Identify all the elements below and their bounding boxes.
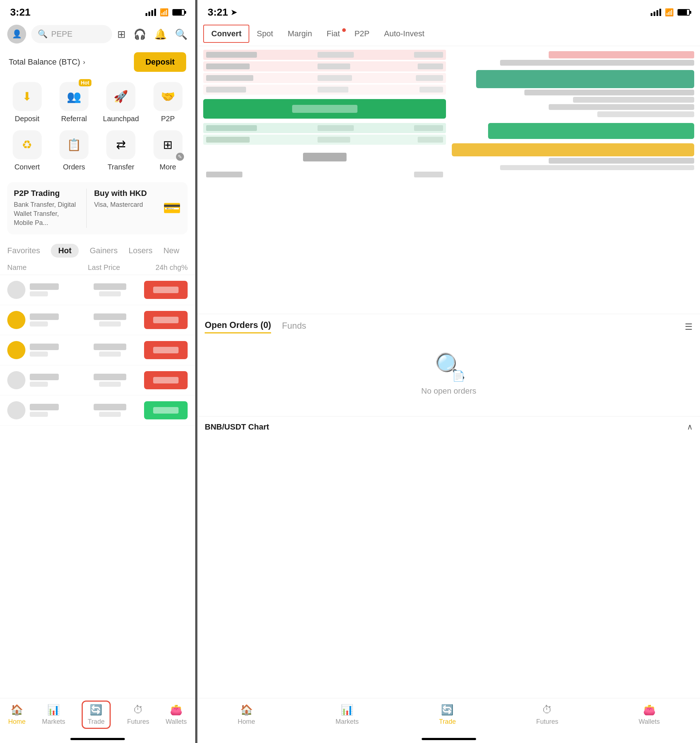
left-panel: 3:21 📶 👤 🔍 PEPE ⊞ 🎧 🔔 🔍	[0, 0, 195, 743]
nav-home-left[interactable]: 🏠 Home	[8, 704, 26, 725]
grid-icon[interactable]: ⊞	[117, 28, 126, 40]
action-orders[interactable]: 📋 Orders	[54, 130, 94, 171]
tab-favorites[interactable]: Favorites	[7, 244, 40, 258]
trading-tabs: Convert Spot Margin Fiat P2P Auto-Invest	[197, 22, 700, 46]
nav-futures-label: Futures	[127, 718, 149, 725]
coin-price-5	[76, 404, 144, 417]
search-placeholder: PEPE	[51, 30, 73, 39]
price-blur-1	[93, 283, 126, 290]
transfer-icon: ⇄	[106, 130, 135, 159]
order-history-icon[interactable]: ☰	[685, 322, 693, 332]
sub-price-blur-3	[99, 352, 121, 357]
table-row[interactable]	[0, 395, 195, 426]
bnb-chart-label: BNB/USDT Chart	[205, 422, 269, 432]
table-row[interactable]	[0, 335, 195, 365]
nav-home-label-right: Home	[238, 718, 255, 725]
promo-hkd[interactable]: Buy with HKD Visa, Mastercard	[94, 189, 159, 228]
sub-price-blur-1	[99, 291, 121, 296]
deposit-icon: ⬇	[13, 82, 42, 111]
battery-icon-right	[678, 9, 690, 16]
trade-icon: 🔄	[90, 704, 102, 716]
nav-markets-right[interactable]: 📊 Markets	[335, 704, 359, 725]
spacer	[197, 438, 700, 698]
tab-p2p[interactable]: P2P	[347, 25, 377, 42]
tab-funds[interactable]: Funds	[282, 321, 306, 333]
action-launchpad[interactable]: 🚀 Launchpad	[101, 82, 141, 123]
price-blur-5	[93, 404, 126, 410]
coin-info-4	[7, 371, 76, 389]
coin-name-blur-3	[30, 343, 59, 350]
action-referral[interactable]: 👥 Hot Referral	[54, 82, 94, 123]
promo-hkd-title: Buy with HKD	[94, 189, 159, 198]
table-header: Name Last Price 24h chg%	[0, 260, 195, 275]
tab-auto-invest[interactable]: Auto-Invest	[377, 25, 432, 42]
table-row[interactable]	[0, 275, 195, 305]
action-more[interactable]: ⊞ ✎ More	[148, 130, 188, 171]
search-box[interactable]: 🔍 PEPE	[31, 25, 112, 43]
action-orders-label: Orders	[63, 163, 85, 171]
promotions-section: P2P Trading Bank Transfer, Digital Walle…	[7, 182, 188, 234]
coin-sub-blur-4	[30, 382, 48, 387]
action-deposit-label: Deposit	[15, 115, 40, 123]
nav-futures-left[interactable]: ⏱ Futures	[127, 704, 149, 725]
coin-price-4	[76, 374, 144, 387]
home-indicator-right	[422, 738, 476, 740]
action-deposit[interactable]: ⬇ Deposit	[7, 82, 47, 123]
tab-open-orders[interactable]: Open Orders (0)	[205, 320, 271, 333]
search-icon: 🔍	[38, 30, 47, 39]
tab-losers[interactable]: Losers	[129, 244, 153, 258]
nav-home-label: Home	[8, 718, 26, 725]
coin-logo-3	[7, 341, 25, 359]
sub-price-blur-2	[99, 321, 121, 327]
coin-name-blur-5	[30, 404, 59, 410]
status-bar-right: 3:21 ➤ 📶	[197, 0, 700, 22]
change-badge-2	[144, 311, 188, 329]
promo-p2p[interactable]: P2P Trading Bank Transfer, Digital Walle…	[14, 189, 79, 228]
tab-fiat[interactable]: Fiat	[319, 25, 347, 42]
col-last-price: Last Price	[72, 263, 136, 272]
tab-hot[interactable]: Hot	[51, 244, 79, 258]
referral-icon: 👥 Hot	[59, 82, 89, 111]
change-text-blur-5	[153, 407, 178, 414]
tab-convert[interactable]: Convert	[203, 25, 249, 43]
change-text-blur-3	[153, 347, 178, 353]
nav-trade-right[interactable]: 🔄 Trade	[439, 704, 456, 725]
nav-futures-right[interactable]: ⏱ Futures	[536, 704, 559, 725]
collapse-icon[interactable]: ∧	[687, 422, 693, 432]
action-p2p-label: P2P	[161, 115, 175, 123]
more-icon: ⊞ ✎	[154, 130, 182, 159]
table-row[interactable]	[0, 305, 195, 335]
nav-wallets-right[interactable]: 👛 Wallets	[639, 704, 660, 725]
coin-info-5	[7, 401, 76, 419]
bell-icon[interactable]: 🔔	[154, 28, 167, 40]
nav-home-right[interactable]: 🏠 Home	[238, 704, 255, 725]
action-p2p[interactable]: 🤝 P2P	[148, 82, 188, 123]
promo-hkd-desc: Visa, Mastercard	[94, 200, 159, 209]
coin-sub-blur-3	[30, 352, 48, 357]
table-row[interactable]	[0, 365, 195, 395]
coin-logo-5	[7, 401, 25, 419]
action-transfer[interactable]: ⇄ Transfer	[101, 130, 141, 171]
tab-spot[interactable]: Spot	[249, 25, 280, 42]
col-change: 24h chg%	[136, 263, 188, 272]
nav-trade-left[interactable]: 🔄 Trade	[82, 700, 111, 729]
balance-label: Total Balance (BTC) ›	[9, 57, 85, 67]
user-search-icon[interactable]: 🔍	[175, 28, 188, 40]
headset-icon[interactable]: 🎧	[133, 28, 146, 40]
no-orders-icon: 🔍 📄	[435, 352, 463, 380]
tab-margin[interactable]: Margin	[280, 25, 319, 42]
action-convert[interactable]: ♻ Convert	[7, 130, 47, 171]
tab-gainers[interactable]: Gainers	[90, 244, 117, 258]
avatar[interactable]: 👤	[7, 25, 26, 43]
coin-info-2	[7, 311, 76, 329]
tab-new[interactable]: New	[163, 244, 179, 258]
deposit-button[interactable]: Deposit	[134, 52, 187, 72]
coin-details-4	[30, 374, 59, 387]
bnb-chart-section[interactable]: BNB/USDT Chart ∧	[197, 416, 700, 438]
nav-wallets-left[interactable]: 👛 Wallets	[166, 704, 187, 725]
coin-logo-1	[7, 281, 25, 299]
launchpad-icon: 🚀	[106, 82, 135, 111]
coin-price-3	[76, 343, 144, 357]
battery-icon	[172, 9, 185, 16]
nav-markets-left[interactable]: 📊 Markets	[42, 704, 65, 725]
